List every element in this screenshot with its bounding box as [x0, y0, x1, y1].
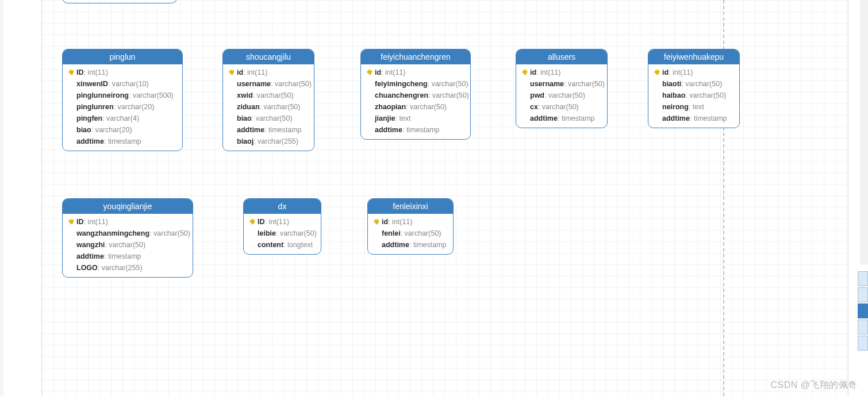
- field-type: : varchar(50): [276, 228, 317, 239]
- field-name: leibie: [258, 228, 276, 239]
- entity-fenleixinxi[interactable]: fenleixinxi id: int(11)fenlei: varchar(5…: [367, 198, 454, 255]
- field-row[interactable]: biao: varchar(20): [67, 124, 178, 136]
- field-name: pinglunren: [76, 101, 114, 113]
- field-row[interactable]: neirong: text: [653, 101, 735, 113]
- entity-pinglun[interactable]: pinglun ID: int(11)xinwenID: varchar(10)…: [62, 49, 183, 151]
- side-palette[interactable]: [858, 271, 868, 351]
- field-row[interactable]: addtime: timestamp: [653, 113, 735, 124]
- field-type: : int(11): [381, 67, 405, 78]
- entity-header[interactable]: dx: [244, 199, 321, 214]
- field-row[interactable]: pinglunneirong: varchar(500): [67, 90, 178, 101]
- palette-item-1[interactable]: [858, 271, 868, 286]
- field-type: : varchar(20): [91, 124, 132, 136]
- entity-feiyichuanchengren[interactable]: feiyichuanchengren id: int(11)feiyimingc…: [360, 49, 471, 140]
- field-row[interactable]: LOGO: varchar(255): [67, 262, 188, 274]
- field-row[interactable]: biao: varchar(50): [228, 113, 309, 124]
- entity-body: ID: int(11)wangzhanmingcheng: varchar(50…: [63, 214, 193, 277]
- field-name: biao: [76, 124, 91, 136]
- field-row[interactable]: addtime: timestamp: [372, 239, 448, 251]
- field-name: addtime: [76, 136, 104, 147]
- entity-body: id: int(11)fenlei: varchar(50)addtime: t…: [368, 214, 453, 254]
- field-type: : text: [395, 113, 410, 124]
- entity-header[interactable]: youqinglianjie: [63, 199, 193, 214]
- field-row[interactable]: feiyimingcheng: varchar(50): [366, 78, 466, 90]
- field-name: LOGO: [76, 262, 98, 274]
- field-row[interactable]: addtime: timestamp: [366, 124, 466, 136]
- field-type: : varchar(50): [564, 78, 605, 90]
- field-row[interactable]: addtime: timestamp: [67, 251, 188, 262]
- entity-shoucangjilu[interactable]: shoucangjilu id: int(11)username: varcha…: [222, 49, 314, 151]
- field-name: content: [258, 239, 283, 251]
- field-type: : timestamp: [690, 113, 727, 124]
- field-row[interactable]: id: int(11): [372, 216, 448, 228]
- field-row[interactable]: wangzhi: varchar(50): [67, 239, 188, 251]
- entity-header[interactable]: allusers: [516, 49, 607, 64]
- primary-key-icon: [366, 70, 375, 75]
- entity-header[interactable]: feiyichuanchengren: [361, 49, 470, 64]
- palette-item-4[interactable]: [858, 320, 868, 335]
- field-row[interactable]: jianjie: text: [366, 113, 466, 124]
- field-row[interactable]: id: int(11): [228, 67, 309, 78]
- entity-youqinglianjie[interactable]: youqinglianjie ID: int(11)wangzhanmingch…: [62, 198, 193, 278]
- field-type: : varchar(50): [105, 239, 145, 251]
- field-row[interactable]: pwd: varchar(50): [521, 90, 602, 101]
- entity-header[interactable]: fenleixinxi: [368, 199, 453, 214]
- diagram-canvas[interactable]: pinglun ID: int(11)xinwenID: varchar(10)…: [41, 0, 848, 396]
- field-row[interactable]: wangzhanmingcheng: varchar(50): [67, 228, 188, 239]
- field-type: : timestamp: [409, 239, 447, 251]
- entity-header[interactable]: pinglun: [63, 49, 182, 64]
- field-row[interactable]: ziduan: varchar(50): [228, 101, 309, 113]
- field-row[interactable]: username: varchar(50): [228, 78, 309, 90]
- field-type: : timestamp: [402, 124, 440, 136]
- field-name: pingfen: [76, 113, 102, 124]
- primary-key-icon: [67, 219, 76, 225]
- primary-key-icon: [228, 70, 237, 75]
- field-row[interactable]: id: int(11): [366, 67, 466, 78]
- field-name: cx: [530, 101, 538, 113]
- field-row[interactable]: ID: int(11): [248, 216, 316, 228]
- field-row[interactable]: addtime: timestamp: [521, 113, 602, 124]
- entity-feiyiwenhuakepu[interactable]: feiyiwenhuakepu id: int(11)biaoti: varch…: [648, 49, 740, 128]
- entity-dx[interactable]: dx ID: int(11)leibie: varchar(50)content…: [243, 198, 321, 255]
- field-row[interactable]: leibie: varchar(50): [248, 228, 316, 239]
- field-row[interactable]: addtime: timestamp: [67, 136, 178, 147]
- entity-header[interactable]: feiyiwenhuakepu: [648, 49, 739, 64]
- field-name: fenlei: [382, 228, 401, 239]
- palette-item-5[interactable]: [858, 336, 868, 351]
- field-name: xinwenID: [76, 78, 108, 90]
- field-row[interactable]: xinwenID: varchar(10): [67, 78, 178, 90]
- field-row[interactable]: chuanchengren: varchar(50): [366, 90, 466, 101]
- entity-header[interactable]: shoucangjilu: [223, 49, 314, 64]
- field-row[interactable]: biaoti: varchar(50): [653, 78, 735, 90]
- field-row[interactable]: xwid: varchar(50): [228, 90, 309, 101]
- field-row[interactable]: pingfen: varchar(4): [67, 113, 178, 124]
- entity-allusers[interactable]: allusers id: int(11)username: varchar(50…: [516, 49, 608, 128]
- primary-key-icon: [67, 70, 76, 75]
- field-row[interactable]: zhaopian: varchar(50): [366, 101, 466, 113]
- field-type: : int(11): [536, 67, 560, 78]
- field-type: : varchar(255): [98, 262, 143, 274]
- field-row[interactable]: content: longtext: [248, 239, 316, 251]
- field-row[interactable]: cx: varchar(50): [521, 101, 602, 113]
- field-row[interactable]: id: int(11): [653, 67, 735, 78]
- field-row[interactable]: biaoj: varchar(255): [228, 136, 309, 147]
- field-row[interactable]: fenlei: varchar(50): [372, 228, 448, 239]
- vertical-scrollbar[interactable]: [860, 0, 868, 264]
- field-row[interactable]: username: varchar(50): [521, 78, 602, 90]
- field-name: jianjie: [375, 113, 395, 124]
- palette-item-3[interactable]: [858, 303, 868, 318]
- field-row[interactable]: ID: int(11): [67, 216, 188, 228]
- palette-item-2[interactable]: [858, 287, 868, 302]
- partial-entity-top: [62, 0, 177, 3]
- field-row[interactable]: haibao: varchar(50): [653, 90, 735, 101]
- field-row[interactable]: id: int(11): [521, 67, 602, 78]
- field-row[interactable]: pinglunren: varchar(20): [67, 101, 178, 113]
- field-type: : varchar(4): [102, 113, 139, 124]
- field-type: : timestamp: [104, 136, 141, 147]
- field-row[interactable]: ID: int(11): [67, 67, 178, 78]
- field-name: neirong: [662, 101, 689, 113]
- field-name: addtime: [662, 113, 690, 124]
- field-type: : int(11): [84, 216, 108, 228]
- field-row[interactable]: addtime: timestamp: [228, 124, 309, 136]
- field-type: : varchar(50): [253, 90, 294, 101]
